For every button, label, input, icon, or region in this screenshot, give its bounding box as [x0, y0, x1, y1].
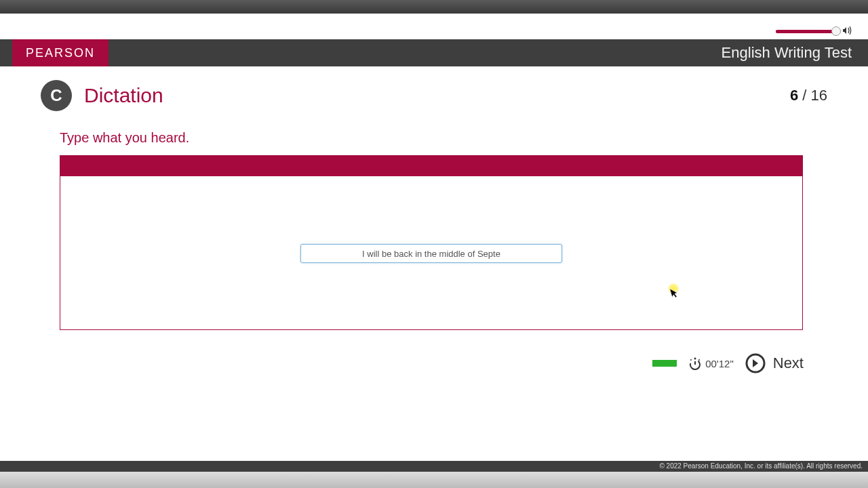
svg-point-2 — [694, 358, 696, 360]
browser-top-bar — [0, 0, 868, 14]
progress-total: 16 — [811, 87, 827, 104]
stopwatch-icon — [688, 356, 703, 371]
volume-control[interactable] — [776, 26, 853, 37]
speaker-icon — [842, 26, 853, 37]
bottom-shade — [0, 472, 868, 488]
footer-copyright: © 2022 Pearson Education, Inc. or its af… — [0, 461, 868, 472]
panel-header-bar — [60, 156, 802, 176]
arrow-right-circle-icon — [745, 352, 766, 374]
volume-slider-track[interactable] — [776, 30, 837, 33]
dictation-input[interactable] — [300, 244, 562, 263]
timer: 00'12" — [688, 356, 734, 371]
answer-panel — [60, 155, 803, 330]
app-header: PEARSON English Writing Test — [0, 39, 868, 66]
next-button[interactable]: Next — [745, 352, 804, 374]
progress-current: 6 — [790, 87, 798, 104]
brand-logo: PEARSON — [12, 39, 108, 66]
question-progress: 6 / 16 — [790, 87, 827, 104]
svg-point-3 — [690, 359, 692, 361]
section-title: Dictation — [84, 84, 163, 107]
section-letter-badge: C — [41, 80, 72, 111]
test-title: English Writing Test — [722, 44, 852, 62]
time-remaining-bar — [652, 360, 677, 367]
next-label: Next — [773, 354, 804, 372]
instruction-text: Type what you heard. — [60, 130, 827, 146]
volume-slider-thumb[interactable] — [831, 26, 841, 36]
timer-value: 00'12" — [705, 358, 734, 369]
svg-point-4 — [698, 359, 700, 361]
